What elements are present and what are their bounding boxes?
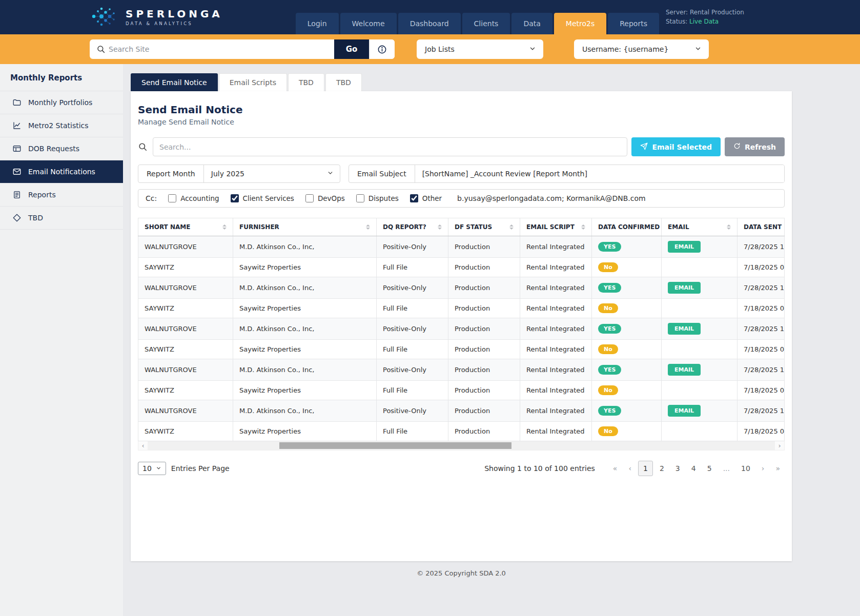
table-search-input[interactable] bbox=[153, 137, 627, 156]
cc-option[interactable]: Other bbox=[410, 194, 442, 202]
cc-option[interactable]: DevOps bbox=[305, 194, 345, 202]
cc-option-label: Accounting bbox=[180, 194, 219, 202]
cc-option-label: DevOps bbox=[318, 194, 345, 202]
sidebar-item-dob-requests[interactable]: DOB Requests bbox=[0, 137, 123, 160]
page-button-8[interactable]: 10 bbox=[736, 461, 755, 476]
cc-emails-input[interactable] bbox=[457, 194, 777, 202]
column-header-email-script[interactable]: EMAIL SCRIPT bbox=[520, 218, 592, 236]
column-header-data-sent[interactable]: DATA SENT bbox=[738, 218, 785, 236]
sidebar-item-label: Reports bbox=[28, 191, 56, 199]
page-button-0[interactable]: « bbox=[608, 461, 622, 476]
report-month-select[interactable]: July 2025 bbox=[204, 165, 340, 182]
cc-option-label: Client Services bbox=[243, 194, 294, 202]
page-button-7[interactable]: ... bbox=[719, 461, 734, 476]
sidebar-item-metro2-statistics[interactable]: Metro2 Statistics bbox=[0, 114, 123, 137]
column-header-df-status[interactable]: DF STATUS bbox=[448, 218, 520, 236]
cell-furnisher: M.D. Atkinson Co., Inc, bbox=[233, 359, 377, 381]
pagination: «‹12345...10›» bbox=[608, 461, 785, 476]
cc-disputes-checkbox[interactable] bbox=[356, 194, 364, 202]
cc-accounting-checkbox[interactable] bbox=[168, 194, 176, 202]
cell-furnisher: M.D. Atkinson Co., Inc, bbox=[233, 236, 377, 258]
tab-send-email-notice[interactable]: Send Email Notice bbox=[131, 73, 218, 91]
diamond-icon bbox=[12, 213, 22, 222]
cell-short-name: SAYWITZ bbox=[138, 381, 233, 400]
tab-tbd-1[interactable]: TBD bbox=[288, 73, 324, 91]
cc-option[interactable]: Client Services bbox=[231, 194, 294, 202]
refresh-button[interactable]: Refresh bbox=[725, 137, 785, 156]
cc-label: Cc: bbox=[146, 194, 157, 202]
cell-email bbox=[662, 422, 738, 441]
username-dropdown[interactable]: Username: {username} bbox=[574, 39, 709, 59]
cell-email-script: Rental Integrated bbox=[520, 236, 592, 258]
sort-icon bbox=[438, 224, 442, 230]
go-button[interactable]: Go bbox=[334, 39, 369, 59]
sort-icon bbox=[727, 224, 731, 230]
sidebar-item-tbd[interactable]: TBD bbox=[0, 206, 123, 230]
cell-email bbox=[662, 340, 738, 359]
email-row-button[interactable]: EMAIL bbox=[668, 364, 701, 376]
cell-df-status: Production bbox=[448, 422, 520, 441]
nav-tab-welcome[interactable]: Welcome bbox=[340, 13, 397, 34]
sidebar-item-email-notifications[interactable]: Email Notifications bbox=[0, 160, 123, 183]
data-confirmed-badge: YES bbox=[598, 365, 621, 375]
email-row-button[interactable]: EMAIL bbox=[668, 241, 701, 253]
server-label: Server: bbox=[666, 9, 688, 16]
cc-devops-checkbox[interactable] bbox=[305, 194, 314, 202]
job-lists-dropdown[interactable]: Job Lists bbox=[417, 39, 543, 59]
cc-option[interactable]: Accounting bbox=[168, 194, 219, 202]
sidebar-item-label: TBD bbox=[28, 214, 43, 222]
scroll-right-icon[interactable]: › bbox=[775, 442, 784, 450]
horizontal-scrollbar[interactable]: ‹ › bbox=[138, 441, 785, 450]
cell-data-confirmed: No bbox=[592, 340, 662, 359]
email-row-button[interactable]: EMAIL bbox=[668, 405, 701, 417]
nav-tab-metro2s[interactable]: Metro2s bbox=[554, 13, 606, 34]
sidebar-item-reports[interactable]: Reports bbox=[0, 183, 123, 206]
email-subject-input[interactable] bbox=[415, 165, 784, 182]
report-icon bbox=[12, 190, 22, 199]
page-button-5[interactable]: 4 bbox=[687, 461, 701, 476]
column-header-dq-report[interactable]: DQ REPORT? bbox=[377, 218, 448, 236]
page-button-9[interactable]: › bbox=[757, 461, 769, 476]
cell-data-confirmed: YES bbox=[592, 359, 662, 381]
site-search-group: Go bbox=[90, 39, 395, 59]
page-button-10[interactable]: » bbox=[771, 461, 785, 476]
page-button-4[interactable]: 3 bbox=[671, 461, 685, 476]
cc-other-checkbox[interactable] bbox=[410, 194, 418, 202]
cell-email-script: Rental Integrated bbox=[520, 381, 592, 400]
cc-client-services-checkbox[interactable] bbox=[231, 194, 239, 202]
site-search-input[interactable] bbox=[109, 39, 334, 59]
email-subject-label: Email Subject bbox=[349, 165, 415, 182]
cell-email: EMAIL bbox=[662, 359, 738, 381]
scrollbar-thumb[interactable] bbox=[279, 442, 511, 449]
tab-tbd-2[interactable]: TBD bbox=[325, 73, 362, 91]
page-button-1[interactable]: ‹ bbox=[624, 461, 636, 476]
tab-email-scripts[interactable]: Email Scripts bbox=[219, 73, 287, 91]
column-header-furnisher[interactable]: FURNISHER bbox=[233, 218, 377, 236]
scroll-left-icon[interactable]: ‹ bbox=[138, 442, 148, 450]
page-button-2[interactable]: 1 bbox=[638, 461, 653, 476]
email-row-button[interactable]: EMAIL bbox=[668, 282, 701, 294]
sort-icon bbox=[366, 224, 370, 230]
page-button-3[interactable]: 2 bbox=[655, 461, 669, 476]
nav-tab-reports[interactable]: Reports bbox=[608, 13, 659, 34]
data-confirmed-badge: No bbox=[598, 385, 618, 395]
cell-short-name: SAYWITZ bbox=[138, 258, 233, 277]
email-selected-button[interactable]: Email Selected bbox=[631, 137, 720, 156]
sidebar-item-label: Monthly Portfolios bbox=[28, 98, 92, 107]
email-row-button[interactable]: EMAIL bbox=[668, 323, 701, 335]
page-button-6[interactable]: 5 bbox=[703, 461, 716, 476]
info-icon[interactable] bbox=[369, 39, 395, 59]
nav-tab-clients[interactable]: Clients bbox=[462, 13, 510, 34]
nav-tab-login[interactable]: Login bbox=[296, 13, 339, 34]
cc-option[interactable]: Disputes bbox=[356, 194, 399, 202]
scrollbar-track[interactable] bbox=[148, 441, 775, 450]
sidebar-item-monthly-portfolios[interactable]: Monthly Portfolios bbox=[0, 91, 123, 114]
entries-per-page-select[interactable]: 10 bbox=[138, 462, 166, 475]
nav-tab-data[interactable]: Data bbox=[511, 13, 552, 34]
send-email-notice-panel: Send Email Notice Manage Send Email Noti… bbox=[131, 91, 792, 561]
nav-tab-dashboard[interactable]: Dashboard bbox=[398, 13, 461, 34]
column-header-email[interactable]: EMAIL bbox=[662, 218, 738, 236]
column-header-short-name[interactable]: SHORT NAME bbox=[138, 218, 233, 236]
report-month-value: July 2025 bbox=[211, 170, 244, 178]
column-header-data-confirmed[interactable]: DATA CONFIRMED bbox=[592, 218, 662, 236]
